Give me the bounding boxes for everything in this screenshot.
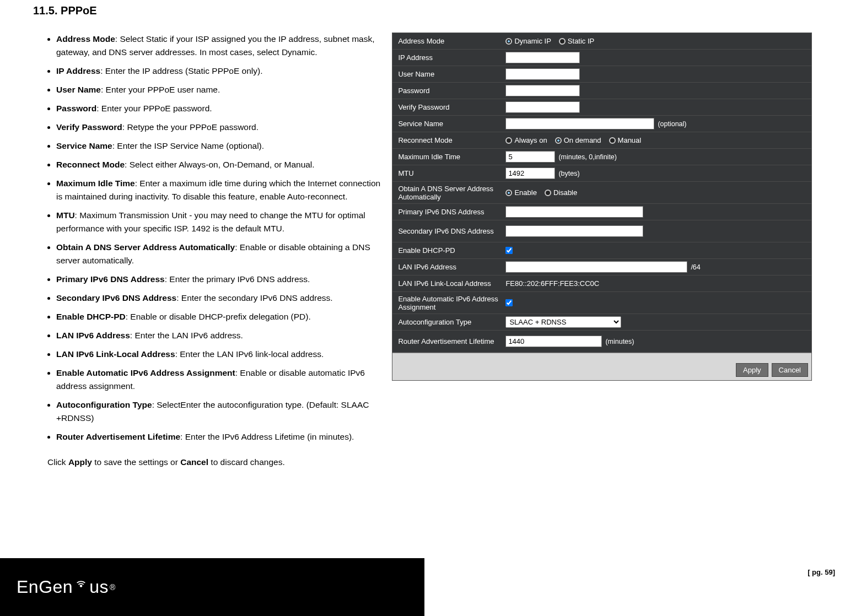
label-user-name: User Name bbox=[398, 70, 505, 78]
row-auto-assign: Enable Automatic IPv6 Address Assignment bbox=[392, 292, 811, 314]
lan-ipv6-input[interactable] bbox=[505, 261, 687, 273]
footer-note-text: Click bbox=[47, 457, 68, 467]
secondary-dns-input[interactable] bbox=[505, 225, 643, 237]
radio-label: Static IP bbox=[568, 37, 594, 45]
radio-icon bbox=[545, 190, 551, 196]
radio-label: Enable bbox=[514, 188, 536, 197]
term: Autoconfiguration Type bbox=[56, 400, 152, 409]
label-password: Password bbox=[398, 87, 505, 95]
user-name-input[interactable] bbox=[505, 68, 580, 80]
list-item: Secondary IPv6 DNS Address: Enter the se… bbox=[56, 291, 381, 305]
desc: : Enter your PPPoE user name. bbox=[101, 85, 220, 94]
label-mtu: MTU bbox=[398, 169, 505, 177]
label-secondary-dns: Secondary IPv6 DNS Address bbox=[398, 227, 505, 235]
wifi-icon bbox=[75, 576, 87, 591]
row-user-name: User Name bbox=[392, 66, 811, 83]
primary-dns-input[interactable] bbox=[505, 206, 643, 218]
desc: : Retype the your PPPoE password. bbox=[122, 122, 259, 132]
radio-on-demand[interactable]: On demand bbox=[555, 136, 601, 144]
verify-password-input[interactable] bbox=[505, 101, 580, 113]
svg-point-0 bbox=[80, 585, 82, 587]
ra-lifetime-input[interactable] bbox=[505, 336, 602, 347]
term: LAN IPv6 Link-Local Address bbox=[56, 349, 175, 359]
desc: : Enter the IP address (Static PPPoE onl… bbox=[100, 66, 262, 75]
desc: : Maximum Transmission Unit - you may ne… bbox=[56, 210, 365, 233]
service-name-hint: (optional) bbox=[658, 120, 686, 128]
radio-dynamic-ip[interactable]: Dynamic IP bbox=[505, 37, 551, 45]
apply-button[interactable]: Apply bbox=[736, 363, 768, 377]
row-primary-dns: Primary IPv6 DNS Address bbox=[392, 204, 811, 220]
auto-assign-checkbox[interactable] bbox=[505, 299, 513, 306]
desc: : Enter the IPv6 Address Lifetime (in mi… bbox=[180, 432, 354, 441]
row-lan-ipv6: LAN IPv6 Address /64 bbox=[392, 259, 811, 275]
row-lan-ipv6-ll: LAN IPv6 Link-Local Address FE80::202:6F… bbox=[392, 275, 811, 292]
term: MTU bbox=[56, 210, 75, 220]
radio-dns-enable[interactable]: Enable bbox=[505, 188, 536, 197]
footer-note: Click Apply to save the settings or Canc… bbox=[47, 456, 381, 469]
label-ra-lifetime: Router Advertisement Lifetime bbox=[398, 337, 505, 345]
list-item: Address Mode: Select Static if your ISP … bbox=[56, 33, 381, 59]
row-verify-password: Verify Password bbox=[392, 99, 811, 116]
row-ra-lifetime: Router Advertisement Lifetime (minutes) bbox=[392, 331, 811, 353]
lan-ipv6-suffix: /64 bbox=[691, 263, 700, 271]
list-item: Router Advertisement Lifetime: Enter the… bbox=[56, 430, 381, 444]
max-idle-input[interactable] bbox=[505, 151, 555, 163]
row-reconnect-mode: Reconnect Mode Always on On demand Manua… bbox=[392, 132, 811, 149]
radio-label: Dynamic IP bbox=[514, 37, 551, 45]
password-input[interactable] bbox=[505, 85, 580, 96]
autoconfig-select[interactable]: SLAAC + RDNSS bbox=[505, 316, 621, 328]
label-obtain-dns: Obtain A DNS Server Address Automaticall… bbox=[398, 185, 505, 201]
service-name-input[interactable] bbox=[505, 118, 654, 129]
list-item: Verify Password: Retype the your PPPoE p… bbox=[56, 121, 381, 134]
radio-icon bbox=[505, 38, 512, 45]
row-obtain-dns: Obtain A DNS Server Address Automaticall… bbox=[392, 182, 811, 204]
list-item: MTU: Maximum Transmission Unit - you may… bbox=[56, 209, 381, 235]
dhcp-pd-checkbox[interactable] bbox=[505, 247, 513, 254]
term: Reconnect Mode bbox=[56, 160, 125, 169]
list-item: Reconnect Mode: Select either Always-on,… bbox=[56, 158, 381, 171]
radio-static-ip[interactable]: Static IP bbox=[559, 37, 594, 45]
description-list: Address Mode: Select Static if your ISP … bbox=[33, 33, 381, 444]
ip-address-input[interactable] bbox=[505, 52, 580, 63]
label-service-name: Service Name bbox=[398, 120, 505, 128]
label-primary-dns: Primary IPv6 DNS Address bbox=[398, 208, 505, 216]
list-item: Autoconfiguration Type: SelectEnter the … bbox=[56, 398, 381, 425]
radio-label: Manual bbox=[618, 136, 642, 144]
list-item: User Name: Enter your PPPoE user name. bbox=[56, 83, 381, 96]
mtu-hint: (bytes) bbox=[558, 170, 579, 177]
radio-icon bbox=[505, 137, 512, 144]
radio-icon bbox=[559, 38, 566, 45]
list-item: Password: Enter your PPPoE password. bbox=[56, 102, 381, 115]
mtu-input[interactable] bbox=[505, 167, 555, 179]
desc: : Enter the secondary IPv6 DNS address. bbox=[176, 293, 332, 302]
row-secondary-dns: Secondary IPv6 DNS Address bbox=[392, 220, 811, 242]
desc: : Select either Always-on, On-Demand, or… bbox=[125, 160, 315, 169]
radio-always-on[interactable]: Always on bbox=[505, 136, 547, 144]
list-item: Obtain A DNS Server Address Automaticall… bbox=[56, 241, 381, 267]
term: Maximum Idle Time bbox=[56, 179, 135, 188]
lan-ipv6-ll-value: FE80::202:6FFF:FEE3:CC0C bbox=[505, 279, 599, 288]
radio-icon bbox=[555, 137, 562, 144]
list-item: Primary IPv6 DNS Address: Enter the prim… bbox=[56, 273, 381, 286]
cancel-button[interactable]: Cancel bbox=[772, 363, 808, 377]
term: Obtain A DNS Server Address Automaticall… bbox=[56, 242, 235, 252]
desc: : Enter the ISP Service Name (optional). bbox=[112, 141, 264, 150]
ra-lifetime-hint: (minutes) bbox=[605, 338, 634, 345]
page-number: [ pg. 59] bbox=[808, 568, 835, 576]
list-item: LAN IPv6 Link-Local Address: Enter the L… bbox=[56, 348, 381, 361]
radio-label: Disable bbox=[553, 188, 577, 197]
term: Secondary IPv6 DNS Address bbox=[56, 293, 176, 302]
term: Password bbox=[56, 104, 96, 113]
section-heading: 11.5. PPPoE bbox=[33, 0, 812, 17]
registered-icon: ® bbox=[110, 583, 116, 592]
row-dhcp-pd: Enable DHCP-PD bbox=[392, 242, 811, 259]
label-max-idle: Maximum Idle Time bbox=[398, 153, 505, 161]
footer-note-text: to discard changes. bbox=[208, 457, 285, 467]
engenius-logo: EnGen us ® bbox=[17, 577, 116, 597]
term: User Name bbox=[56, 85, 101, 94]
row-max-idle: Maximum Idle Time (minutes, 0,infinite) bbox=[392, 149, 811, 165]
radio-manual[interactable]: Manual bbox=[609, 136, 642, 144]
label-reconnect-mode: Reconnect Mode bbox=[398, 136, 505, 144]
radio-dns-disable[interactable]: Disable bbox=[545, 188, 577, 197]
term: Enable DHCP-PD bbox=[56, 312, 126, 321]
